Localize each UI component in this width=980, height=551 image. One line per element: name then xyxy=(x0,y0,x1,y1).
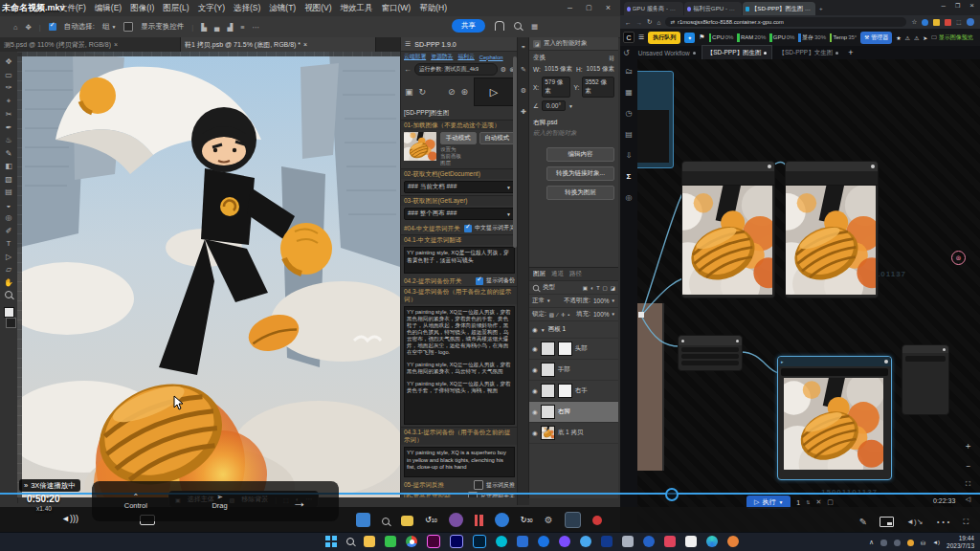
search-icon[interactable] xyxy=(514,22,522,30)
queue-button[interactable]: 执行队列 xyxy=(648,32,680,44)
tray-network-icon[interactable]: ⛁ xyxy=(921,540,925,546)
visibility-eye-icon[interactable]: ◉ xyxy=(532,408,538,416)
load-image-thumbnail[interactable] xyxy=(404,132,436,161)
site-info-icon[interactable]: ⇄ xyxy=(670,19,675,25)
comments-panel-icon[interactable]: ❞ xyxy=(522,45,525,53)
layer-row-artboard[interactable]: ◉ ▼ 画板 1 xyxy=(529,321,618,339)
image-node-b[interactable] xyxy=(785,161,879,298)
zoom-out-button[interactable]: － xyxy=(964,460,972,473)
home-icon[interactable]: ⌂ xyxy=(13,23,18,32)
cancel-icon[interactable]: ⊛ xyxy=(460,87,468,97)
taskbar-app-skyblue[interactable] xyxy=(580,536,591,547)
menu-select[interactable]: 选择(S) xyxy=(234,3,260,14)
browser-reload-icon[interactable]: ↻ xyxy=(647,18,652,26)
gradient-tool-icon[interactable]: ▤ xyxy=(5,187,12,196)
fullscreen-icon[interactable]: ⛶ xyxy=(963,518,969,527)
x-value[interactable]: 579 像素 xyxy=(542,77,570,98)
notifications-bell-icon[interactable] xyxy=(495,21,504,31)
browser-close-button[interactable]: × xyxy=(969,1,974,10)
model-library-icon[interactable]: ▤ xyxy=(625,130,633,139)
filter-adjust-icon[interactable]: ◐ xyxy=(590,285,593,291)
taskbar-app-teal[interactable] xyxy=(496,536,507,547)
edit-contents-button[interactable]: 编辑内容 xyxy=(546,147,614,162)
warning-icon[interactable]: ⚠ xyxy=(905,34,910,41)
menu-image[interactable]: 图像(I) xyxy=(130,3,154,14)
more-options-icon[interactable]: ⋯ xyxy=(253,23,260,32)
comfyui-logo[interactable]: C xyxy=(623,32,635,43)
quick-select-tool-icon[interactable]: ⌖ xyxy=(7,97,11,106)
pip-icon[interactable] xyxy=(880,517,894,527)
taskbar-app-pr[interactable] xyxy=(450,535,463,548)
annotate-pencil-icon[interactable]: ✎ xyxy=(859,517,867,527)
auto-mode-button[interactable]: 自动模式 xyxy=(479,132,516,144)
cn-prompt-checkbox[interactable] xyxy=(464,225,472,232)
shape-tool-icon[interactable]: ▱ xyxy=(6,265,11,274)
manual-mode-button[interactable]: 手动模式 xyxy=(440,132,477,144)
comfyui-menu-icon[interactable]: ☰ xyxy=(638,33,644,41)
layer-row-right-hand[interactable]: ◉ 右手 xyxy=(529,381,618,402)
extension-red-icon[interactable] xyxy=(945,19,951,26)
player-app-icon-blue[interactable] xyxy=(495,513,509,527)
extension-ai-icon[interactable] xyxy=(933,19,940,26)
filter-shape-icon[interactable]: ▢ xyxy=(603,285,608,291)
workflow-history-icon[interactable]: ↺ xyxy=(623,49,630,57)
run-params-selector[interactable]: 运行参数: 测试页面_4k9 xyxy=(414,63,498,76)
refresh-icon[interactable]: ↻ xyxy=(419,87,427,97)
taskbar-app-shield[interactable] xyxy=(538,536,549,547)
share-app-icon[interactable]: ✦ xyxy=(684,33,695,43)
document-select[interactable]: ### 当前文档 ###▼ xyxy=(404,181,515,193)
more-icon[interactable]: ⋯ xyxy=(935,513,950,531)
taskbar-app-edge[interactable] xyxy=(706,536,718,547)
new-tab-button[interactable]: + xyxy=(819,5,823,11)
pause-button[interactable] xyxy=(475,515,483,526)
taskbar-app-blue2[interactable] xyxy=(643,536,655,547)
address-bar[interactable]: ⇄ r1mosqjsx8krfco-8188.container.x-gpu.c… xyxy=(665,17,906,27)
fit-view-button[interactable]: ⛶ xyxy=(966,480,970,488)
queue-history-icon[interactable]: ◷ xyxy=(626,109,633,118)
browser-minimize-button[interactable]: – xyxy=(941,1,945,10)
forward-30-button[interactable]: ↻30 xyxy=(521,516,533,524)
node-d-preview-image[interactable] xyxy=(784,378,883,470)
lock-all-icon[interactable]: ▪ xyxy=(568,312,570,318)
opacity-value[interactable]: 100%▼ xyxy=(593,298,615,304)
lock-pixels-icon[interactable]: ∕ xyxy=(557,312,558,318)
add-panel-icon[interactable]: ✚ xyxy=(521,108,526,116)
player-thumbnail-icon[interactable] xyxy=(356,513,370,527)
record-button[interactable] xyxy=(592,516,602,525)
marquee-tool-icon[interactable]: ▭ xyxy=(5,71,12,79)
layer-select[interactable]: ### 整个画布 ###▼ xyxy=(404,208,515,220)
filter-type-icon[interactable]: T xyxy=(596,285,599,291)
hand-tool-icon[interactable]: ✋ xyxy=(4,278,13,287)
taskbar-app-xd[interactable] xyxy=(427,535,440,548)
browser-tab-2[interactable]: 福利云GPU - 控制台 xyxy=(684,2,742,15)
backup-en-textarea[interactable]: YY painting style, XQ is a superhero boy… xyxy=(404,447,515,477)
layer-row-right-foot-selected[interactable]: ◉ 右脚 xyxy=(529,402,618,423)
lasso-tool-icon[interactable]: ✑ xyxy=(6,83,12,92)
batch-stepper-icon[interactable]: ⇅ xyxy=(806,499,810,505)
link-fuliyun[interactable]: 福利云 xyxy=(457,53,474,61)
lock-position-icon[interactable]: ✛ xyxy=(561,312,566,318)
visibility-eye-icon[interactable]: ◉ xyxy=(532,345,538,353)
select-mode-button[interactable]: ◁ xyxy=(966,496,970,503)
rewind-10-button[interactable]: ↺10 xyxy=(425,516,437,524)
path-select-tool-icon[interactable]: ▷ xyxy=(6,253,11,261)
batch-count[interactable]: 1 xyxy=(796,499,800,506)
extensions-puzzle-icon[interactable]: ⬚ xyxy=(956,19,961,25)
background-color-swatch[interactable] xyxy=(6,318,16,328)
comfyui-canvas[interactable]: 15001101137 15001101137 xyxy=(637,59,980,532)
menu-view[interactable]: 视图(V) xyxy=(304,3,331,14)
sampler-node[interactable] xyxy=(678,335,743,371)
doc-tab-2-active[interactable]: 鞋1 拷贝.psb @ 71.5% (底图, RGB/8) *× xyxy=(181,37,376,52)
taskbar-clock[interactable]: 19:44 2023/7/13 xyxy=(947,535,974,550)
share-arrow-icon[interactable]: ➤ xyxy=(923,34,927,41)
node-b-preview-image[interactable] xyxy=(786,186,876,295)
manager-button[interactable]: ⚒管理器 xyxy=(860,32,892,44)
menu-help[interactable]: 帮助(H) xyxy=(419,3,447,14)
ps-minimize-button[interactable]: – xyxy=(568,3,572,12)
menu-window[interactable]: 窗口(W) xyxy=(382,3,412,14)
lock-transparent-icon[interactable]: ▨ xyxy=(549,312,554,318)
tray-chevron-icon[interactable]: ∧ xyxy=(869,539,874,546)
gear-panel-icon[interactable]: ⚙ xyxy=(521,87,526,95)
taskbar-app-grey[interactable] xyxy=(622,536,634,547)
workflow-tab-unsaved[interactable]: Unsaved Workflow xyxy=(634,46,701,59)
